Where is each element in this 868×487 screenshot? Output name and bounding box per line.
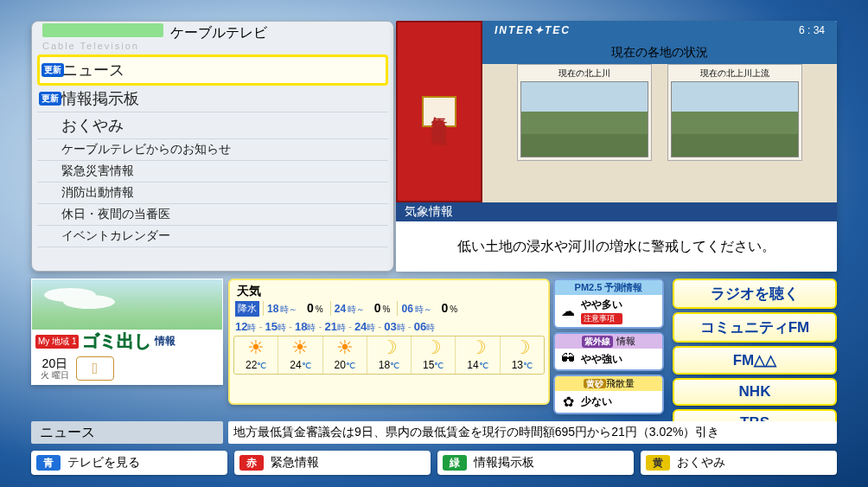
forecast-cell-5: ☽14℃ xyxy=(455,336,499,374)
key-label: 情報掲示板 xyxy=(474,455,534,471)
pm25-warning: 注意事項 xyxy=(581,313,622,324)
cloud-icon: ☁ xyxy=(558,303,578,319)
menu-item-1[interactable]: 更新情報掲示板 xyxy=(37,86,388,112)
news-ticker-row: ニュース 地方最低賃金審議会は9日、県内の最低賃金を現行の時間額695円から21… xyxy=(31,421,837,444)
local-sky-illustration xyxy=(32,279,222,330)
pm25-title: PM2.5 予測情報 xyxy=(575,282,643,292)
camera-card-1: 現在の北上川上流 xyxy=(667,64,802,161)
flower-icon: ✿ xyxy=(558,394,578,410)
region-badge: My 地域 1 xyxy=(35,335,79,349)
timeline-hour-4: 24時 xyxy=(354,320,375,334)
color-key-red[interactable]: 赤緊急情報 xyxy=(234,451,431,475)
forecast-temp: 22℃ xyxy=(246,359,266,371)
key-chip: 黄 xyxy=(646,455,670,471)
key-label: 緊急情報 xyxy=(271,455,319,471)
forecast-temp: 20℃ xyxy=(335,359,355,371)
update-badge: 更新 xyxy=(41,63,64,77)
precip-badge: 降水 xyxy=(235,301,259,317)
camera-row: 現在の北上川現在の北上川上流 xyxy=(489,64,830,161)
camera-section-title: 現在の各地の状況 xyxy=(489,45,830,61)
precip-cell-0: 18時～ 0 % xyxy=(263,301,327,316)
weather-icon: ☀ xyxy=(336,338,354,357)
weather-icon: ☀ xyxy=(291,338,309,357)
weather-strip-header: 気象情報 xyxy=(396,202,837,221)
timeline-hour-6: 06時 xyxy=(414,320,435,334)
menu-header: ケーブルテレビ xyxy=(32,22,393,42)
forecast-cell-2: ☀20℃ xyxy=(322,336,367,374)
uv-badge: 紫外線 xyxy=(582,336,613,348)
forecast-temp: 24℃ xyxy=(290,359,310,371)
pollen-value: 少ない xyxy=(581,394,612,409)
menu-item-7[interactable]: イベントカレンダー xyxy=(37,226,388,247)
menu-item-label: おくやみ xyxy=(61,115,124,136)
uv-suffix: 情報 xyxy=(616,335,635,348)
pollen-badge: 黄砂 xyxy=(584,379,606,388)
color-key-yellow[interactable]: 黄おくやみ xyxy=(641,451,837,475)
broadcast-preview: 気象警報・注意報 INTER✦TEC 6 : 34 現在の各地の状況 現在の北上… xyxy=(396,21,837,272)
key-chip: 赤 xyxy=(239,455,264,471)
menu-item-label: イベントカレンダー xyxy=(61,228,170,244)
pm25-value: やや多い xyxy=(581,298,622,312)
pollen-card: 黄砂飛散量 ✿ 少ない xyxy=(553,375,664,414)
alert-banner: 気象警報・注意報 xyxy=(396,21,482,202)
key-label: おくやみ xyxy=(677,455,725,471)
forecast-cell-0: ☀22℃ xyxy=(234,336,278,374)
menu-item-3[interactable]: ケーブルテレビからのお知らせ xyxy=(37,139,388,161)
key-label: テレビを見る xyxy=(67,455,140,471)
timeline-hour-1: 15時 xyxy=(265,320,285,334)
weather-icon: ☽ xyxy=(380,338,398,357)
timeline-hour-5: 03時 xyxy=(384,320,405,334)
camera-label: 現在の北上川 xyxy=(558,67,610,80)
precip-cell-2: 06時～ 0 % xyxy=(397,301,461,316)
broadcast-clock: 6 : 34 xyxy=(799,24,825,36)
menu-list: 更新ニュース更新情報掲示板おくやみケーブルテレビからのお知らせ緊急災害情報消防出… xyxy=(32,51,393,271)
radio-button-3[interactable]: NHK xyxy=(673,378,837,406)
forecast-temp: 15℃ xyxy=(423,359,444,371)
weather-panel: 天気 降水 18時～ 0 %24時～ 0 %06時～ 0 % 12時 - 15時… xyxy=(228,279,550,405)
environment-panel: PM2.5 予測情報 ☁ やや多い 注意事項 紫外線情報 🕶 やや強い 黄砂飛散… xyxy=(553,279,664,414)
garbage-info-row: My 地域 1 ゴミ出し 情報 xyxy=(32,330,222,355)
precipitation-row: 降水 18時～ 0 %24時～ 0 %06時～ 0 % xyxy=(233,301,545,320)
update-badge: 更新 xyxy=(39,92,61,106)
forecast-temp: 18℃ xyxy=(379,359,399,371)
menu-item-0[interactable]: 更新ニュース xyxy=(37,54,388,86)
uv-value: やや強い xyxy=(581,352,622,367)
radio-button-2[interactable]: FM△△ xyxy=(673,346,837,375)
camera-image xyxy=(671,81,799,157)
menu-item-label: ニュース xyxy=(62,60,124,80)
weather-title: 天気 xyxy=(233,284,545,301)
menu-item-label: 消防出動情報 xyxy=(61,185,134,201)
forecast-cell-1: ☀24℃ xyxy=(278,336,322,374)
broadcaster-brand: INTER✦TEC xyxy=(495,24,571,36)
menu-item-label: ケーブルテレビからのお知らせ xyxy=(61,142,231,157)
timeline-row: 12時 - 15時 - 18時 - 21時 - 24時 - 03時 - 06時 xyxy=(233,320,545,336)
local-info-panel: My 地域 1 ゴミ出し 情報 20日 火 曜日 𓆟 xyxy=(31,279,223,385)
radio-button-1[interactable]: コミュニティFM xyxy=(673,312,837,343)
menu-item-label: 緊急災害情報 xyxy=(61,163,134,179)
weekday-suffix: 曜日 xyxy=(52,370,69,380)
menu-item-6[interactable]: 休日・夜間の当番医 xyxy=(37,204,388,226)
menu-item-label: 休日・夜間の当番医 xyxy=(61,207,170,222)
color-key-blue[interactable]: 青テレビを見る xyxy=(31,451,227,475)
radio-button-0[interactable]: ラジオを聴く xyxy=(673,279,837,309)
broadcast-upper: 気象警報・注意報 INTER✦TEC 6 : 34 現在の各地の状況 現在の北上… xyxy=(396,21,837,202)
pollen-suffix: 飛散量 xyxy=(606,378,635,388)
forecast-cell-4: ☽15℃ xyxy=(411,336,455,374)
weather-icon: ☽ xyxy=(469,338,487,357)
radio-panel: ラジオを聴くコミュニティFMFM△△NHKTBS xyxy=(673,279,837,437)
color-key-green[interactable]: 緑情報掲示板 xyxy=(437,451,634,475)
main-menu-panel: ケーブルテレビ Cable Television 更新ニュース更新情報掲示板おく… xyxy=(31,21,394,272)
weather-icon: ☀ xyxy=(247,338,265,357)
menu-item-2[interactable]: おくやみ xyxy=(37,112,388,139)
news-label: ニュース xyxy=(31,421,223,444)
menu-item-5[interactable]: 消防出動情報 xyxy=(37,183,388,204)
key-chip: 青 xyxy=(36,455,61,471)
camera-label: 現在の北上川上流 xyxy=(700,67,769,80)
menu-item-label: 情報掲示板 xyxy=(61,88,139,109)
camera-card-0: 現在の北上川 xyxy=(517,64,652,161)
timeline-hour-0: 12時 xyxy=(235,320,256,334)
menu-item-4[interactable]: 緊急災害情報 xyxy=(37,161,388,183)
timeline-hour-3: 21時 xyxy=(324,320,345,334)
menu-subtitle: Cable Television xyxy=(32,41,393,51)
precip-cell-1: 24時～ 0 % xyxy=(330,301,394,316)
